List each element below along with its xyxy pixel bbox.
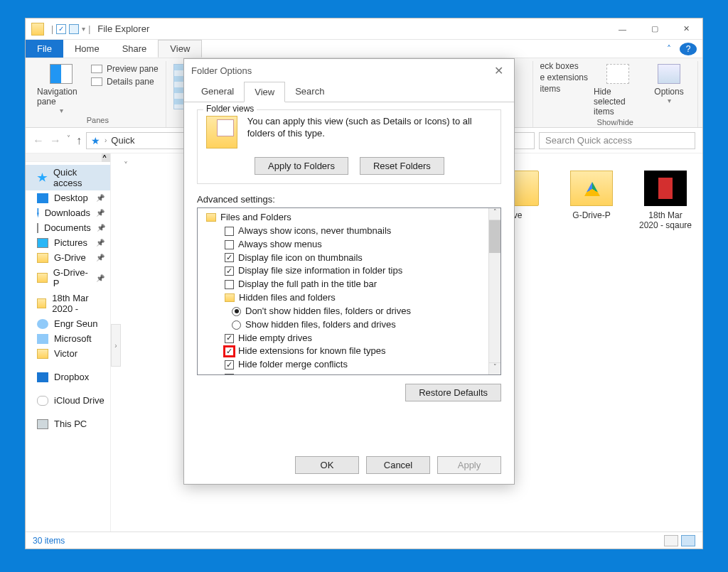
sidebar-item-this-pc[interactable]: This PC <box>26 416 110 431</box>
group-label-panes: Panes <box>37 114 159 127</box>
close-button[interactable]: ✕ <box>670 18 702 40</box>
advanced-setting-item[interactable]: Hide extensions for known file types <box>199 345 499 358</box>
sidebar-item-downloads[interactable]: Downloads📌 <box>26 205 110 220</box>
checkbox[interactable] <box>225 360 234 369</box>
checkbox[interactable] <box>225 374 234 375</box>
recent-dropdown-icon[interactable]: ˅ <box>67 134 70 147</box>
details-pane-button[interactable]: Details pane <box>91 77 159 87</box>
qat-dropdown-icon[interactable]: ▾ <box>82 25 85 33</box>
details-pane-label: Details pane <box>107 77 154 87</box>
microsoft-icon <box>37 334 48 344</box>
hidden-items-option[interactable]: items <box>540 84 588 94</box>
apply-to-folders-button[interactable]: Apply to Folders <box>255 157 348 175</box>
ribbon-collapse-icon[interactable]: ˄ <box>658 40 680 58</box>
checkbox[interactable] <box>225 280 234 289</box>
sidebar-item-g-drive-p[interactable]: G-Drive-P📌 <box>26 265 110 291</box>
sidebar-item-g-drive[interactable]: G-Drive📌 <box>26 250 110 265</box>
details-view-button[interactable] <box>664 535 678 546</box>
sidebar-item-pictures[interactable]: Pictures📌 <box>26 235 110 250</box>
checkbox[interactable] <box>225 253 234 262</box>
checkbox[interactable] <box>225 334 234 343</box>
up-button[interactable]: ↑ <box>76 134 82 147</box>
advanced-setting-item[interactable]: Don't show hidden files, folders or driv… <box>199 305 499 318</box>
back-button[interactable]: ← <box>33 134 44 147</box>
dialog-title: Folder Options <box>191 65 252 76</box>
folder-icon <box>37 349 48 359</box>
dialog-tab-view[interactable]: View <box>244 82 285 102</box>
details-pane-icon <box>91 77 102 86</box>
scroll-up-icon[interactable]: ˄ <box>489 208 500 220</box>
restore-defaults-button[interactable]: Restore Defaults <box>405 384 501 401</box>
advanced-setting-item[interactable]: Display file icon on thumbnails <box>199 252 499 265</box>
dialog-close-button[interactable]: ✕ <box>490 64 507 77</box>
options-label: Options <box>654 87 683 97</box>
checkbox[interactable] <box>223 345 235 357</box>
setting-label: Hide folder merge conflicts <box>238 358 348 372</box>
scroll-up-icon[interactable]: ˄ <box>102 153 110 162</box>
star-icon <box>37 173 48 183</box>
nav-scrollbar[interactable]: ˄ <box>26 153 110 162</box>
tab-view[interactable]: View <box>158 40 202 58</box>
desk-icon <box>37 193 48 203</box>
sidebar-item-quick-access[interactable]: Quick access <box>26 165 110 190</box>
scroll-down-icon[interactable]: ˅ <box>489 362 500 374</box>
radio[interactable] <box>232 307 241 316</box>
large-icons-view-button[interactable] <box>681 535 695 546</box>
sidebar-item-icloud-drive[interactable]: iCloud Drive <box>26 393 110 408</box>
item-checkboxes-option[interactable]: eck boxes <box>540 61 588 71</box>
ribbon-group-panes: Navigation pane ▾ Preview pane Details p… <box>30 61 166 127</box>
advanced-setting-item[interactable]: Show hidden files, folders and drives <box>199 318 499 332</box>
sidebar-item-dropbox[interactable]: Dropbox <box>26 369 110 384</box>
sidebar-item-victor[interactable]: Victor <box>26 346 110 361</box>
checkbox[interactable] <box>225 240 234 249</box>
navigation-pane-button[interactable]: Navigation pane ▾ <box>37 61 85 114</box>
folder-item[interactable]: 18th Mar 2020 - sqaure <box>638 171 692 230</box>
app-folder-icon <box>31 23 44 36</box>
sidebar-item-engr-seun[interactable]: Engr Seun <box>26 316 110 331</box>
minimize-button[interactable]: — <box>606 18 638 40</box>
cancel-button[interactable]: Cancel <box>366 456 430 474</box>
nav-collapser[interactable]: › <box>111 324 121 367</box>
scroll-thumb[interactable] <box>489 220 500 253</box>
tab-file[interactable]: File <box>26 40 63 58</box>
sidebar-item-desktop[interactable]: Desktop📌 <box>26 190 110 205</box>
advanced-setting-item[interactable]: Hide folder merge conflicts <box>199 358 499 372</box>
folder-icon <box>225 293 235 302</box>
preview-pane-button[interactable]: Preview pane <box>91 64 159 74</box>
ok-button[interactable]: OK <box>295 456 359 474</box>
advanced-setting-item[interactable]: Always show icons, never thumbnails <box>199 225 499 238</box>
file-extensions-option[interactable]: e extensions <box>540 72 588 82</box>
tab-home[interactable]: Home <box>63 40 111 58</box>
checkbox[interactable] <box>225 227 234 236</box>
setting-label: Hidden files and folders <box>239 291 336 305</box>
advanced-setting-item[interactable]: Display the full path in the title bar <box>199 278 499 291</box>
reset-folders-button[interactable]: Reset Folders <box>360 157 444 175</box>
sidebar-item-microsoft[interactable]: Microsoft <box>26 331 110 346</box>
advanced-setting-item[interactable]: Hide empty drives <box>199 332 499 345</box>
advanced-scrollbar[interactable]: ˄ ˅ <box>488 208 500 374</box>
advanced-setting-item[interactable]: Always show menus <box>199 238 499 252</box>
hide-selected-button[interactable]: Hide selected items <box>594 61 642 117</box>
apply-button[interactable]: Apply <box>437 456 501 474</box>
options-button[interactable]: Options ▾ <box>648 61 690 104</box>
setting-label: Display file size information in folder … <box>238 264 402 278</box>
help-icon[interactable]: ? <box>680 43 697 55</box>
sidebar-item-18th-mar-2020-[interactable]: 18th Mar 2020 - <box>26 291 110 316</box>
navigation-pane-label: Navigation pane <box>37 87 85 107</box>
qat-properties-icon[interactable]: ✓ <box>56 24 66 34</box>
advanced-setting-item[interactable]: Display file size information in folder … <box>199 264 499 278</box>
qat-new-folder-icon[interactable] <box>69 24 79 34</box>
search-input[interactable]: Search Quick access <box>539 132 695 149</box>
tab-share[interactable]: Share <box>111 40 159 58</box>
advanced-setting-item[interactable]: Hide protected operating system files (R… <box>199 372 499 375</box>
dialog-tab-general[interactable]: General <box>191 82 244 102</box>
checkbox[interactable] <box>225 266 234 276</box>
radio[interactable] <box>232 320 241 330</box>
folder-item[interactable]: G-Drive-P <box>564 171 619 230</box>
dialog-tab-search[interactable]: Search <box>285 82 334 102</box>
forward-button[interactable]: → <box>50 134 61 147</box>
pin-icon: 📌 <box>96 239 105 247</box>
maximize-button[interactable]: ▢ <box>638 18 670 40</box>
hide-selected-icon <box>606 64 629 84</box>
sidebar-item-documents[interactable]: Documents📌 <box>26 220 110 235</box>
